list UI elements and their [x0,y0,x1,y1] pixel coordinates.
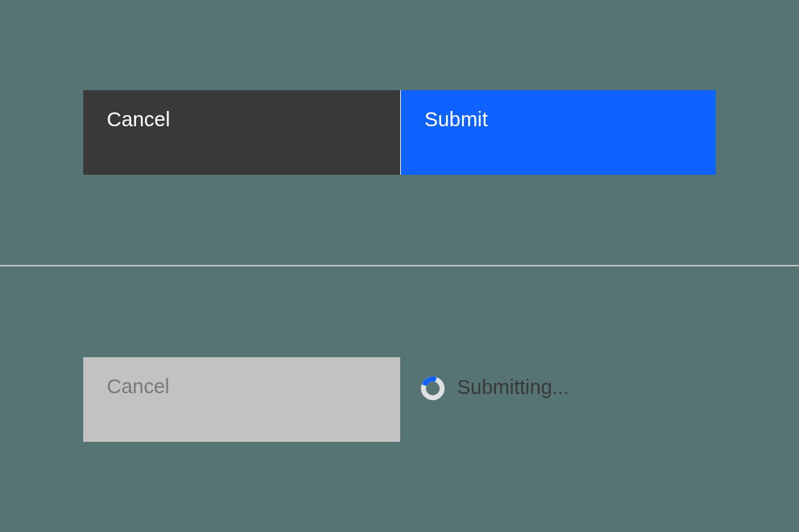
cancel-button-disabled-label: Cancel [107,377,169,397]
cancel-button[interactable]: Cancel [83,90,400,175]
submitting-label: Submitting... [457,375,569,400]
button-row-loading: Cancel Submitting... [83,357,716,442]
button-row-normal: Cancel Submit [83,90,716,175]
cancel-button-disabled: Cancel [83,357,400,442]
demo-canvas: Cancel Submit Cancel Submitting... [0,0,799,532]
submit-loading-group: Submitting... [400,357,716,442]
loading-spinner-icon [421,377,445,400]
submit-button-label: Submit [424,110,488,130]
cancel-button-label: Cancel [107,110,170,130]
submit-button[interactable]: Submit [401,90,716,175]
state-divider [0,265,799,266]
